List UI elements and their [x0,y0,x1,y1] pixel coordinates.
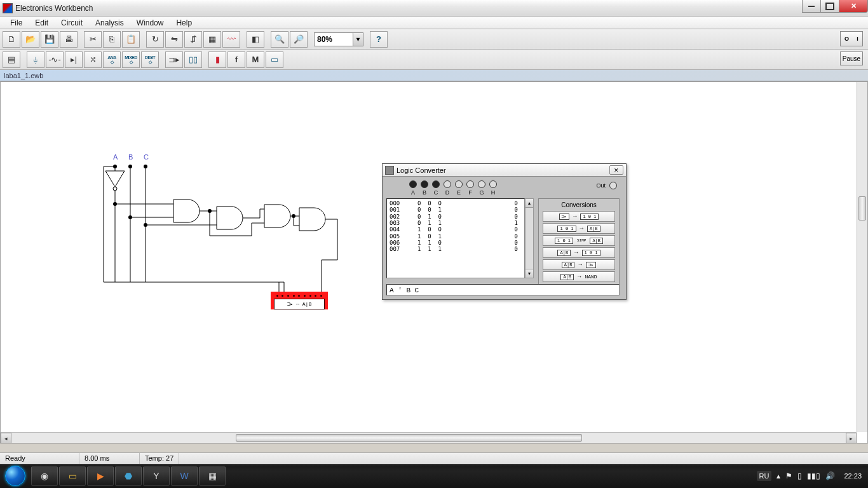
flip-v-button[interactable]: ⇵ [184,31,202,48]
zoom-combo[interactable]: 80% [314,32,363,46]
maximize-button[interactable] [820,0,839,13]
horizontal-scrollbar[interactable]: ◂ ▸ [1,432,857,443]
lc-table-scrollbar[interactable]: ▴ ▾ [525,198,534,278]
taskbar-item-6[interactable]: W [171,466,198,485]
zoom-dropdown-icon[interactable] [353,33,363,46]
toolbar-parts: ▤ ⏚ -∿- ▸| ⤭ ANA◇ MIXED◇ DIGIT◇ ⊐▸ ▯▯ ▮ … [0,50,868,70]
parts-misc-button[interactable]: M [247,51,264,68]
hscroll-thumb[interactable] [236,434,582,442]
menu-edit[interactable]: Edit [29,17,55,29]
lc-led-a[interactable] [409,180,417,188]
lc-close-button[interactable]: ✕ [609,165,623,175]
lc-conv-table-to-simp[interactable]: 1 0 1SIMPA|B [543,235,615,246]
tray-clock[interactable]: 22:23 [844,472,862,480]
workspace[interactable]: A B C [0,81,868,444]
tray-network-icon[interactable]: ▮▮▯ [807,471,820,480]
menu-bar: File Edit Circuit Analysis Window Help [0,17,868,29]
flip-h-button[interactable]: ⇋ [165,31,183,48]
lc-led-e[interactable] [455,180,463,188]
hscroll-right-icon[interactable]: ▸ [846,433,857,444]
and-gate-3[interactable] [264,205,290,227]
and-gate-1[interactable] [173,200,200,222]
taskbar-item-1[interactable]: ◉ [31,466,58,485]
copy-button[interactable]: ⎘ [103,31,121,48]
hscroll-left-icon[interactable]: ◂ [1,433,11,444]
parts-diode-button[interactable]: ▸| [65,51,83,68]
taskbar-item-2[interactable]: ▭ [59,466,86,485]
lc-titlebar[interactable]: Logic Converter ✕ [383,164,626,177]
lc-led-b[interactable] [421,180,428,188]
parts-digital-ic-button[interactable]: DIGIT◇ [141,51,159,68]
lc-conv-table-to-expr[interactable]: 1 0 1→A|B [543,223,615,234]
pause-button[interactable]: Pause [840,51,863,65]
instrument-terminals [272,293,327,299]
component-props-button[interactable]: ◧ [247,31,264,48]
lc-led-h[interactable] [489,180,497,188]
scroll-down-icon[interactable]: ▾ [526,269,533,278]
save-button[interactable]: 💾 [41,31,58,48]
lc-led-d[interactable] [444,180,451,188]
parts-transistor-button[interactable]: ⤭ [84,51,102,68]
vscroll-thumb[interactable] [858,196,866,220]
lc-conv-expr-to-table[interactable]: A|B→1 0 1 [543,247,615,258]
lc-conv-expr-to-nand[interactable]: A|B→NAND [543,271,615,282]
document-tab[interactable]: laba1_1.ewb [0,70,868,81]
open-button[interactable]: 📂 [22,31,39,48]
menu-window[interactable]: Window [130,17,170,29]
taskbar-item-3[interactable]: ▶ [87,466,114,485]
and-gate-2[interactable] [217,207,243,229]
and-gate-4[interactable] [299,208,325,231]
lc-expression-input[interactable]: A ' B C [386,284,620,295]
taskbar[interactable]: ◉ ▭ ▶ ⬣ Y W ▦ RU ▴ ⚑ ▯ ▮▮▯ 🔊 22:23 [0,464,868,488]
lc-led-c[interactable] [432,180,440,188]
rotate-button[interactable]: ↻ [146,31,164,48]
logic-converter-instrument[interactable]: ⊐▸ ↔ A|B [271,292,328,309]
taskbar-item-7[interactable]: ▦ [199,466,226,485]
parts-indicator-button[interactable]: ▮ [208,51,226,68]
menu-analysis[interactable]: Analysis [89,17,130,29]
zoom-out-button[interactable]: 🔎 [290,31,308,48]
power-switch[interactable]: OI [840,31,863,46]
close-button[interactable] [839,0,868,13]
minimize-button[interactable] [802,0,821,13]
parts-ground-button[interactable]: ⏚ [27,51,44,68]
print-button[interactable]: 🖶 [60,31,78,48]
graph-button[interactable]: 〰 [222,31,240,48]
lc-conv-circuit-to-table[interactable]: ⊐▸→1 0 1 [543,211,615,222]
menu-help[interactable]: Help [170,17,198,29]
lc-led-f[interactable] [466,180,474,188]
cut-button[interactable]: ✂ [84,31,102,48]
menu-circuit[interactable]: Circuit [55,17,89,29]
paste-button[interactable]: 📋 [122,31,140,48]
parts-instruments-button[interactable]: ▭ [266,51,283,68]
taskbar-item-4[interactable]: ⬣ [115,466,142,485]
lc-conv-expr-to-circuit[interactable]: A|B→⊐▸ [543,259,615,270]
lc-truth-table[interactable]: 000 001 002 003 004 005 006 007 0 0 0 0 … [386,198,525,278]
zoom-in-button[interactable]: 🔍 [271,31,288,48]
parts-sources-button[interactable]: ▤ [3,51,20,68]
tray-flag-icon[interactable]: ⚑ [785,471,792,480]
vertical-scrollbar[interactable] [857,82,867,432]
tray-language[interactable]: RU [757,471,772,481]
menu-file[interactable]: File [4,17,29,29]
help-button[interactable]: ? [370,31,388,48]
tray-up-icon[interactable]: ▴ [776,471,780,480]
parts-analog-ic-button[interactable]: ANA◇ [103,51,121,68]
lc-led-g[interactable] [478,180,485,188]
logic-converter-window[interactable]: Logic Converter ✕ A B C D E F G [382,163,627,300]
parts-control-button[interactable]: f [227,51,245,68]
taskbar-item-5[interactable]: Y [143,466,170,485]
parts-resistor-button[interactable]: -∿- [46,51,64,68]
status-time: 8.00 ms [79,453,140,464]
scroll-up-icon[interactable]: ▴ [526,199,533,208]
tray-volume-icon[interactable]: 🔊 [825,471,835,480]
parts-gate-button[interactable]: ⊐▸ [165,51,183,68]
tray-battery-icon[interactable]: ▯ [797,471,802,480]
subcircuit-button[interactable]: ▦ [203,31,221,48]
parts-flipflop-button[interactable]: ▯▯ [184,51,202,68]
start-button[interactable] [0,464,31,488]
new-button[interactable]: 🗋 [3,31,20,48]
parts-mixed-ic-button[interactable]: MIXED◇ [122,51,140,68]
lc-table-out: 0 0 0 1 0 0 0 0 [515,200,518,276]
lc-conversions-panel: Conversions ⊐▸→1 0 1 1 0 1→A|B 1 0 1SIMP… [538,198,620,289]
